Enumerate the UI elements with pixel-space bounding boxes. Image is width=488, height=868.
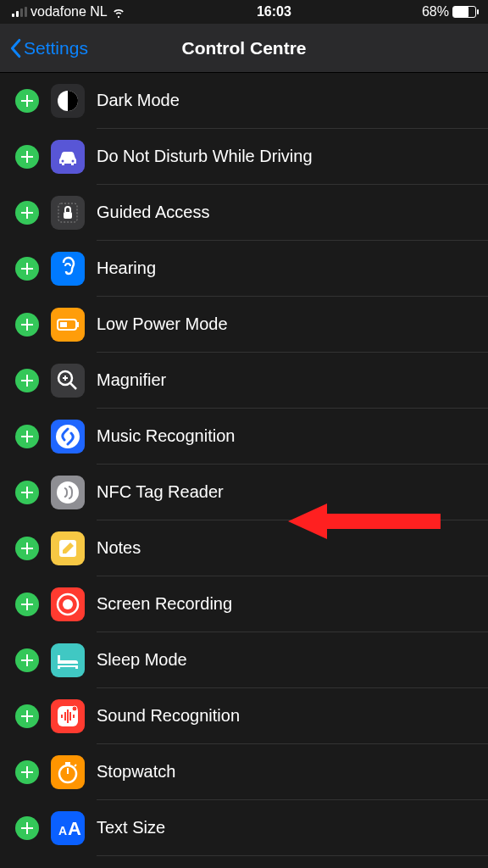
car-icon	[51, 140, 85, 174]
list-item[interactable]: AAText Size	[0, 800, 488, 856]
item-label: Text Size	[97, 818, 165, 837]
list-item[interactable]: Music Recognition	[0, 409, 488, 465]
item-label: Music Recognition	[97, 426, 235, 446]
nfc-icon	[51, 476, 85, 509]
back-button[interactable]: Settings	[8, 38, 88, 58]
record-icon	[51, 587, 85, 621]
item-label: Dark Mode	[97, 91, 180, 110]
list-item[interactable]: Stopwatch	[0, 744, 488, 800]
item-label: Sound Recognition	[97, 706, 240, 726]
status-bar: vodafone NL 16:03 68%	[0, 0, 488, 24]
add-button[interactable]	[15, 816, 39, 840]
item-label: Notes	[97, 538, 141, 558]
add-button[interactable]	[15, 201, 39, 225]
svg-line-27	[75, 765, 76, 766]
list-item[interactable]: Low Power Mode	[0, 297, 488, 353]
list-item[interactable]: Magnifier	[0, 353, 488, 409]
add-button[interactable]	[15, 257, 39, 281]
item-label: NFC Tag Reader	[97, 482, 224, 502]
add-button[interactable]	[15, 704, 39, 728]
list-item[interactable]: Sleep Mode	[0, 632, 488, 688]
lock-icon	[51, 196, 85, 230]
dark-mode-icon	[51, 84, 85, 118]
highlight-arrow-icon	[288, 504, 441, 539]
add-button[interactable]	[15, 593, 39, 616]
battery-icon	[452, 6, 476, 18]
list-item[interactable]: Dark Mode	[0, 73, 488, 129]
add-button[interactable]	[15, 145, 39, 169]
svg-rect-7	[60, 322, 67, 327]
signal-icon	[12, 7, 27, 17]
add-button[interactable]	[15, 760, 39, 784]
bed-icon	[51, 643, 85, 677]
list-item[interactable]: Do Not Disturb While Driving	[0, 129, 488, 185]
add-button[interactable]	[15, 89, 39, 113]
ear-icon	[51, 252, 85, 286]
svg-point-16	[63, 599, 73, 609]
svg-point-1	[62, 160, 64, 163]
item-label: Screen Recording	[97, 594, 232, 614]
item-label: Hearing	[97, 259, 156, 278]
wave-icon	[51, 699, 85, 733]
add-button[interactable]	[15, 648, 39, 672]
add-button[interactable]	[15, 537, 39, 560]
list-item[interactable]: Screen Recording	[0, 576, 488, 632]
shazam-icon	[51, 420, 85, 453]
item-label: Sleep Mode	[97, 650, 187, 670]
magnifier-icon	[51, 364, 85, 398]
list-item[interactable]: Hearing	[0, 241, 488, 297]
svg-text:A: A	[58, 824, 67, 837]
add-button[interactable]	[15, 313, 39, 337]
item-label: Guided Access	[97, 203, 209, 222]
list-item[interactable]: Sound Recognition	[0, 688, 488, 744]
svg-text:A: A	[68, 818, 81, 839]
svg-rect-4	[64, 212, 72, 219]
textsize-icon: AA	[51, 811, 85, 845]
item-label: Stopwatch	[97, 762, 175, 782]
clock: 16:03	[126, 4, 422, 19]
svg-line-9	[70, 383, 76, 389]
svg-point-2	[72, 160, 75, 163]
list-item[interactable]: Guided Access	[0, 185, 488, 241]
nav-header: Settings Control Centre	[0, 24, 488, 73]
item-label: Low Power Mode	[97, 314, 228, 334]
carrier-label: vodafone NL	[30, 4, 108, 19]
stopwatch-icon	[51, 755, 85, 789]
add-button[interactable]	[15, 425, 39, 448]
add-button[interactable]	[15, 369, 39, 392]
svg-rect-26	[65, 762, 70, 765]
controls-list: Dark ModeDo Not Disturb While DrivingGui…	[0, 73, 488, 856]
svg-point-23	[72, 706, 77, 711]
add-button[interactable]	[15, 481, 39, 504]
svg-rect-6	[77, 322, 79, 327]
notes-icon	[51, 531, 85, 565]
battery-icon	[51, 308, 85, 342]
item-label: Do Not Disturb While Driving	[97, 147, 313, 166]
page-title: Control Centre	[182, 38, 307, 58]
battery-pct: 68%	[422, 4, 449, 19]
item-label: Magnifier	[97, 370, 166, 390]
back-label: Settings	[24, 38, 88, 58]
wifi-icon	[111, 4, 126, 19]
